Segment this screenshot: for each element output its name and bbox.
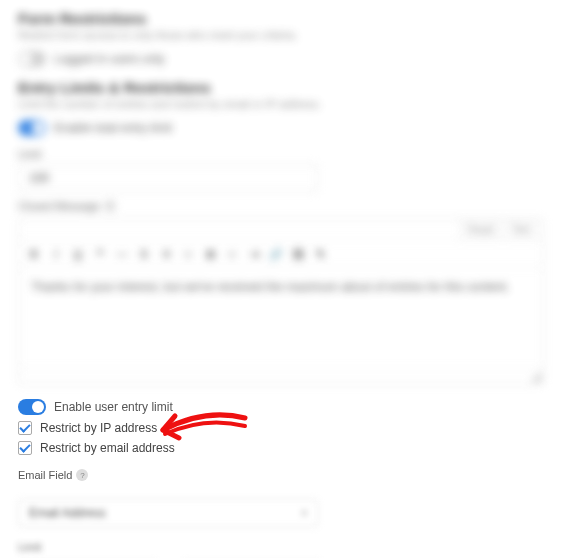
- restrict-email-row[interactable]: Restrict by email address: [18, 441, 544, 455]
- logged-in-toggle[interactable]: [18, 51, 46, 67]
- restrict-ip-label: Restrict by IP address: [40, 421, 157, 435]
- editor-footer: [19, 368, 543, 384]
- link-icon[interactable]: 🔗: [269, 247, 283, 261]
- email-field-label: Email Field ?: [18, 469, 544, 481]
- closed-msg-label: Closed Message ?: [18, 200, 544, 212]
- help-icon[interactable]: ?: [104, 200, 116, 212]
- chevron-down-icon: ▾: [302, 508, 307, 518]
- limit-label: Limit: [18, 148, 544, 160]
- editor-body[interactable]: Thanks for your interest, but we've rece…: [19, 268, 543, 368]
- unlink-icon[interactable]: ⛓: [291, 247, 305, 261]
- logged-in-label: Logged in users only: [54, 52, 165, 66]
- underline-icon[interactable]: U: [71, 247, 85, 261]
- bold-icon[interactable]: B: [27, 247, 41, 261]
- enable-total-toggle[interactable]: [18, 120, 46, 136]
- blockquote-icon[interactable]: ❝: [93, 247, 107, 261]
- clear-icon[interactable]: ✕: [159, 247, 173, 261]
- enable-user-entry-toggle[interactable]: [18, 399, 46, 415]
- entry-limits-title: Entry Limits & Restrictions: [18, 79, 544, 96]
- editor-toolbar: B I U ❝ — S ✕ ≡ ≣ ≡ ⇥ 🔗 ⛓ ✎: [19, 241, 543, 268]
- logged-in-toggle-row[interactable]: Logged in users only: [18, 51, 544, 67]
- enable-total-toggle-row[interactable]: Enable total entry limit: [18, 120, 544, 136]
- ul-icon[interactable]: ≡: [181, 247, 195, 261]
- form-restrictions-desc: Restrict form access to only those who m…: [18, 29, 544, 41]
- enable-user-entry-label: Enable user entry limit: [54, 400, 173, 414]
- ol-icon[interactable]: ≣: [203, 247, 217, 261]
- bottom-limit-label: Limit: [18, 541, 158, 553]
- restrict-email-label: Restrict by email address: [40, 441, 175, 455]
- italic-icon[interactable]: I: [49, 247, 63, 261]
- tab-visual[interactable]: Visual: [460, 221, 501, 238]
- enable-total-label: Enable total entry limit: [54, 121, 172, 135]
- indent-icon[interactable]: ⇥: [247, 247, 261, 261]
- align-icon[interactable]: ≡: [225, 247, 239, 261]
- restrict-ip-checkbox[interactable]: [18, 421, 32, 435]
- resize-grip-icon[interactable]: [531, 372, 541, 382]
- hr-icon[interactable]: —: [115, 247, 129, 261]
- color-icon[interactable]: ✎: [313, 247, 327, 261]
- restrict-email-checkbox[interactable]: [18, 441, 32, 455]
- tab-text[interactable]: Text: [505, 221, 537, 238]
- limit-input[interactable]: 100: [18, 164, 318, 192]
- closed-msg-editor[interactable]: Visual Text B I U ❝ — S ✕ ≡ ≣ ≡ ⇥ 🔗 ⛓ ✎ …: [18, 218, 544, 385]
- entry-limits-desc: Limit the number of entries and restrict…: [18, 98, 544, 110]
- help-icon[interactable]: ?: [76, 469, 88, 481]
- bottom-per-label: [182, 541, 322, 553]
- strike-icon[interactable]: S: [137, 247, 151, 261]
- email-field-select[interactable]: Email Address ▾: [18, 499, 318, 527]
- restrict-ip-row[interactable]: Restrict by IP address: [18, 421, 544, 435]
- form-restrictions-title: Form Restrictions: [18, 10, 544, 27]
- enable-user-entry-row[interactable]: Enable user entry limit: [18, 399, 544, 415]
